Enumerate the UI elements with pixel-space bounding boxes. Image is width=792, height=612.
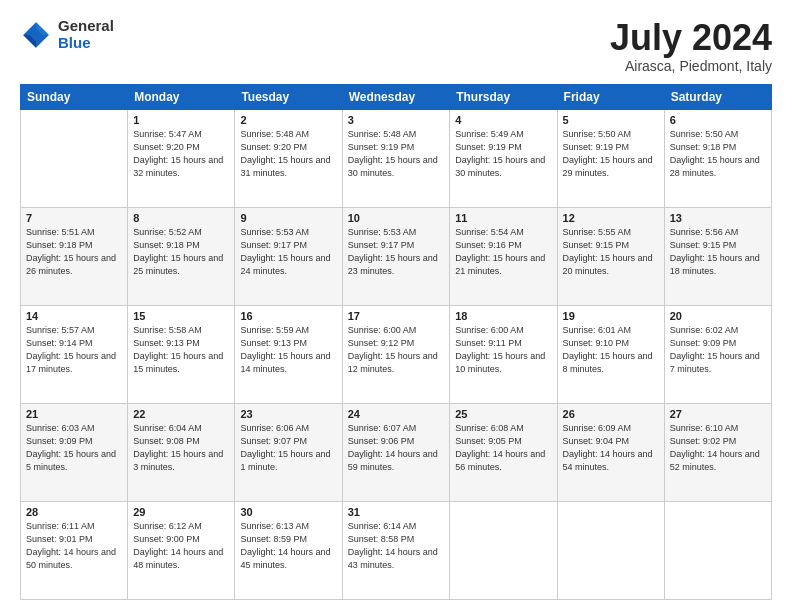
day-info: Sunrise: 5:57 AM Sunset: 9:14 PM Dayligh… — [26, 324, 122, 376]
table-cell: 27Sunrise: 6:10 AM Sunset: 9:02 PM Dayli… — [664, 403, 771, 501]
logo-icon — [20, 19, 52, 51]
day-number: 1 — [133, 114, 229, 126]
week-row-3: 14Sunrise: 5:57 AM Sunset: 9:14 PM Dayli… — [21, 305, 772, 403]
table-cell: 8Sunrise: 5:52 AM Sunset: 9:18 PM Daylig… — [128, 207, 235, 305]
day-info: Sunrise: 6:03 AM Sunset: 9:09 PM Dayligh… — [26, 422, 122, 474]
table-cell — [21, 109, 128, 207]
table-cell: 14Sunrise: 5:57 AM Sunset: 9:14 PM Dayli… — [21, 305, 128, 403]
table-cell: 29Sunrise: 6:12 AM Sunset: 9:00 PM Dayli… — [128, 501, 235, 599]
day-number: 25 — [455, 408, 551, 420]
table-cell: 10Sunrise: 5:53 AM Sunset: 9:17 PM Dayli… — [342, 207, 450, 305]
table-cell: 5Sunrise: 5:50 AM Sunset: 9:19 PM Daylig… — [557, 109, 664, 207]
header-wednesday: Wednesday — [342, 84, 450, 109]
table-cell — [557, 501, 664, 599]
table-cell: 7Sunrise: 5:51 AM Sunset: 9:18 PM Daylig… — [21, 207, 128, 305]
day-number: 18 — [455, 310, 551, 322]
day-info: Sunrise: 6:09 AM Sunset: 9:04 PM Dayligh… — [563, 422, 659, 474]
table-cell: 23Sunrise: 6:06 AM Sunset: 9:07 PM Dayli… — [235, 403, 342, 501]
day-info: Sunrise: 5:47 AM Sunset: 9:20 PM Dayligh… — [133, 128, 229, 180]
day-number: 7 — [26, 212, 122, 224]
logo: General Blue — [20, 18, 114, 51]
table-cell: 30Sunrise: 6:13 AM Sunset: 8:59 PM Dayli… — [235, 501, 342, 599]
day-info: Sunrise: 6:00 AM Sunset: 9:12 PM Dayligh… — [348, 324, 445, 376]
title-block: July 2024 Airasca, Piedmont, Italy — [610, 18, 772, 74]
table-cell: 25Sunrise: 6:08 AM Sunset: 9:05 PM Dayli… — [450, 403, 557, 501]
day-info: Sunrise: 5:50 AM Sunset: 9:19 PM Dayligh… — [563, 128, 659, 180]
day-info: Sunrise: 5:48 AM Sunset: 9:20 PM Dayligh… — [240, 128, 336, 180]
day-number: 27 — [670, 408, 766, 420]
header: General Blue July 2024 Airasca, Piedmont… — [20, 18, 772, 74]
day-info: Sunrise: 5:50 AM Sunset: 9:18 PM Dayligh… — [670, 128, 766, 180]
table-cell — [450, 501, 557, 599]
header-thursday: Thursday — [450, 84, 557, 109]
calendar-title: July 2024 — [610, 18, 772, 58]
day-number: 8 — [133, 212, 229, 224]
calendar-location: Airasca, Piedmont, Italy — [610, 58, 772, 74]
calendar-table: Sunday Monday Tuesday Wednesday Thursday… — [20, 84, 772, 600]
day-number: 4 — [455, 114, 551, 126]
table-cell: 13Sunrise: 5:56 AM Sunset: 9:15 PM Dayli… — [664, 207, 771, 305]
table-cell: 16Sunrise: 5:59 AM Sunset: 9:13 PM Dayli… — [235, 305, 342, 403]
table-cell: 22Sunrise: 6:04 AM Sunset: 9:08 PM Dayli… — [128, 403, 235, 501]
day-info: Sunrise: 6:12 AM Sunset: 9:00 PM Dayligh… — [133, 520, 229, 572]
week-row-2: 7Sunrise: 5:51 AM Sunset: 9:18 PM Daylig… — [21, 207, 772, 305]
table-cell: 20Sunrise: 6:02 AM Sunset: 9:09 PM Dayli… — [664, 305, 771, 403]
week-row-1: 1Sunrise: 5:47 AM Sunset: 9:20 PM Daylig… — [21, 109, 772, 207]
day-info: Sunrise: 6:02 AM Sunset: 9:09 PM Dayligh… — [670, 324, 766, 376]
table-cell: 26Sunrise: 6:09 AM Sunset: 9:04 PM Dayli… — [557, 403, 664, 501]
day-number: 3 — [348, 114, 445, 126]
day-info: Sunrise: 6:01 AM Sunset: 9:10 PM Dayligh… — [563, 324, 659, 376]
day-number: 19 — [563, 310, 659, 322]
table-cell: 24Sunrise: 6:07 AM Sunset: 9:06 PM Dayli… — [342, 403, 450, 501]
day-number: 2 — [240, 114, 336, 126]
day-info: Sunrise: 5:53 AM Sunset: 9:17 PM Dayligh… — [240, 226, 336, 278]
week-row-4: 21Sunrise: 6:03 AM Sunset: 9:09 PM Dayli… — [21, 403, 772, 501]
day-info: Sunrise: 6:06 AM Sunset: 9:07 PM Dayligh… — [240, 422, 336, 474]
header-sunday: Sunday — [21, 84, 128, 109]
day-info: Sunrise: 5:48 AM Sunset: 9:19 PM Dayligh… — [348, 128, 445, 180]
table-cell: 3Sunrise: 5:48 AM Sunset: 9:19 PM Daylig… — [342, 109, 450, 207]
day-number: 29 — [133, 506, 229, 518]
day-number: 20 — [670, 310, 766, 322]
day-number: 12 — [563, 212, 659, 224]
day-info: Sunrise: 6:04 AM Sunset: 9:08 PM Dayligh… — [133, 422, 229, 474]
day-info: Sunrise: 6:08 AM Sunset: 9:05 PM Dayligh… — [455, 422, 551, 474]
day-number: 24 — [348, 408, 445, 420]
header-friday: Friday — [557, 84, 664, 109]
day-number: 13 — [670, 212, 766, 224]
day-number: 10 — [348, 212, 445, 224]
week-row-5: 28Sunrise: 6:11 AM Sunset: 9:01 PM Dayli… — [21, 501, 772, 599]
day-info: Sunrise: 5:55 AM Sunset: 9:15 PM Dayligh… — [563, 226, 659, 278]
day-number: 9 — [240, 212, 336, 224]
table-cell: 2Sunrise: 5:48 AM Sunset: 9:20 PM Daylig… — [235, 109, 342, 207]
table-cell: 4Sunrise: 5:49 AM Sunset: 9:19 PM Daylig… — [450, 109, 557, 207]
table-cell: 18Sunrise: 6:00 AM Sunset: 9:11 PM Dayli… — [450, 305, 557, 403]
day-info: Sunrise: 5:51 AM Sunset: 9:18 PM Dayligh… — [26, 226, 122, 278]
table-cell: 12Sunrise: 5:55 AM Sunset: 9:15 PM Dayli… — [557, 207, 664, 305]
table-cell: 17Sunrise: 6:00 AM Sunset: 9:12 PM Dayli… — [342, 305, 450, 403]
logo-blue-text: Blue — [58, 35, 114, 52]
day-number: 5 — [563, 114, 659, 126]
day-number: 31 — [348, 506, 445, 518]
day-number: 15 — [133, 310, 229, 322]
day-info: Sunrise: 5:54 AM Sunset: 9:16 PM Dayligh… — [455, 226, 551, 278]
day-info: Sunrise: 5:53 AM Sunset: 9:17 PM Dayligh… — [348, 226, 445, 278]
table-cell: 19Sunrise: 6:01 AM Sunset: 9:10 PM Dayli… — [557, 305, 664, 403]
table-cell: 6Sunrise: 5:50 AM Sunset: 9:18 PM Daylig… — [664, 109, 771, 207]
day-info: Sunrise: 6:13 AM Sunset: 8:59 PM Dayligh… — [240, 520, 336, 572]
logo-general-text: General — [58, 18, 114, 35]
day-number: 14 — [26, 310, 122, 322]
logo-text: General Blue — [58, 18, 114, 51]
table-cell: 15Sunrise: 5:58 AM Sunset: 9:13 PM Dayli… — [128, 305, 235, 403]
table-cell: 1Sunrise: 5:47 AM Sunset: 9:20 PM Daylig… — [128, 109, 235, 207]
day-info: Sunrise: 5:58 AM Sunset: 9:13 PM Dayligh… — [133, 324, 229, 376]
table-cell: 21Sunrise: 6:03 AM Sunset: 9:09 PM Dayli… — [21, 403, 128, 501]
day-info: Sunrise: 5:56 AM Sunset: 9:15 PM Dayligh… — [670, 226, 766, 278]
day-info: Sunrise: 6:14 AM Sunset: 8:58 PM Dayligh… — [348, 520, 445, 572]
header-monday: Monday — [128, 84, 235, 109]
table-cell — [664, 501, 771, 599]
day-number: 17 — [348, 310, 445, 322]
day-info: Sunrise: 5:52 AM Sunset: 9:18 PM Dayligh… — [133, 226, 229, 278]
day-info: Sunrise: 5:59 AM Sunset: 9:13 PM Dayligh… — [240, 324, 336, 376]
day-number: 16 — [240, 310, 336, 322]
